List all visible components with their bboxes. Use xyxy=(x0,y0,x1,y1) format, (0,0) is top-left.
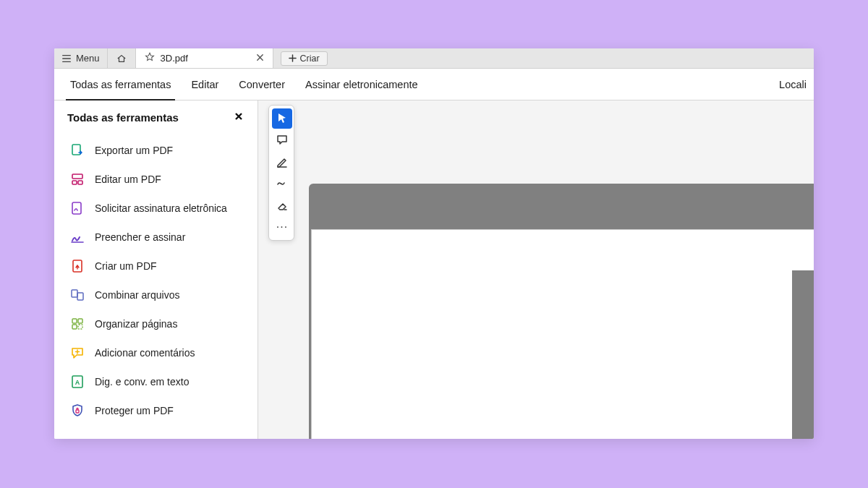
comment-tool[interactable] xyxy=(272,130,292,150)
create-button[interactable]: Criar xyxy=(281,51,328,66)
tool-combine-files[interactable]: Combinar arquivos xyxy=(67,281,255,309)
tool-edit-pdf[interactable]: Editar um PDF xyxy=(67,166,255,193)
pencil-icon xyxy=(276,155,289,168)
tool-label: Editar um PDF xyxy=(95,174,161,185)
sidebar-header: Todas as ferramentas xyxy=(67,111,255,124)
cursor-icon xyxy=(276,112,289,125)
freehand-icon xyxy=(276,177,289,190)
navbar: Todas as ferramentas Editar Converter As… xyxy=(54,69,814,100)
svg-rect-10 xyxy=(72,325,77,329)
tools-sidebar: Todas as ferramentas Exportar um PDF E xyxy=(54,100,258,439)
tool-export-pdf[interactable]: Exportar um PDF xyxy=(67,137,255,164)
menu-label: Menu xyxy=(76,53,100,64)
document-page xyxy=(309,184,814,439)
svg-rect-14 xyxy=(76,410,79,413)
plus-icon xyxy=(289,54,297,62)
svg-rect-7 xyxy=(77,293,83,300)
export-pdf-icon xyxy=(70,143,85,158)
sidebar-close-button[interactable] xyxy=(234,111,243,124)
close-icon xyxy=(234,112,243,121)
draw-tool[interactable] xyxy=(272,174,292,194)
svg-rect-9 xyxy=(78,319,82,323)
sidebar-title: Todas as ferramentas xyxy=(67,111,179,124)
protect-pdf-icon xyxy=(70,403,85,418)
create-button-wrap: Criar xyxy=(273,48,335,68)
combine-files-icon xyxy=(70,288,85,302)
tool-label: Proteger um PDF xyxy=(95,405,174,416)
tool-ocr[interactable]: A Dig. e conv. em texto xyxy=(67,368,255,395)
home-icon xyxy=(116,53,127,64)
tool-request-signature[interactable]: Solicitar assinatura eletrônica xyxy=(67,194,255,222)
create-label: Criar xyxy=(300,53,320,64)
selection-tool[interactable] xyxy=(272,108,292,129)
svg-rect-6 xyxy=(72,290,77,297)
nav-all-tools[interactable]: Todas as ferramentas xyxy=(60,69,181,100)
erase-tool[interactable] xyxy=(272,195,292,215)
tool-protect-pdf[interactable]: Proteger um PDF xyxy=(67,397,255,424)
fill-sign-icon xyxy=(70,230,85,244)
eraser-icon xyxy=(276,199,289,212)
comment-icon xyxy=(276,134,289,147)
highlight-tool[interactable] xyxy=(272,152,292,172)
svg-rect-4 xyxy=(72,202,81,214)
document-canvas[interactable]: ··· xyxy=(258,100,814,439)
svg-rect-1 xyxy=(72,174,82,179)
tool-label: Organizar páginas xyxy=(95,318,177,330)
svg-rect-0 xyxy=(72,145,80,155)
floating-toolbar: ··· xyxy=(268,105,294,241)
titlebar: Menu 3D.pdf Criar xyxy=(54,48,814,69)
tab-title: 3D.pdf xyxy=(161,53,188,64)
tool-label: Preencher e assinar xyxy=(95,231,185,243)
document-tab[interactable]: 3D.pdf xyxy=(136,48,273,68)
app-window: Menu 3D.pdf Criar Todas as ferramentas E… xyxy=(54,48,814,439)
tool-label: Dig. e conv. em texto xyxy=(95,376,189,388)
request-signature-icon xyxy=(70,201,85,215)
tool-label: Combinar arquivos xyxy=(95,289,180,301)
nav-esign[interactable]: Assinar eletronicamente xyxy=(295,69,428,100)
tool-organize-pages[interactable]: Organizar páginas xyxy=(67,310,255,338)
create-pdf-icon xyxy=(70,259,85,273)
organize-pages-icon xyxy=(70,317,85,331)
tool-fill-sign[interactable]: Preencher e assinar xyxy=(67,223,255,251)
add-comments-icon xyxy=(70,346,85,360)
tool-add-comments[interactable]: Adicionar comentários xyxy=(67,339,255,367)
more-tools[interactable]: ··· xyxy=(272,217,292,237)
tool-label: Criar um PDF xyxy=(95,260,157,272)
close-icon xyxy=(256,53,264,61)
svg-rect-3 xyxy=(78,181,82,184)
tool-label: Solicitar assinatura eletrônica xyxy=(95,202,227,214)
tool-label: Exportar um PDF xyxy=(95,145,173,156)
svg-rect-11 xyxy=(78,325,82,329)
tool-list: Exportar um PDF Editar um PDF Solicitar … xyxy=(67,137,255,424)
main-area: Todas as ferramentas Exportar um PDF E xyxy=(54,100,814,439)
home-button[interactable] xyxy=(108,48,136,68)
more-icon: ··· xyxy=(276,221,288,233)
svg-text:A: A xyxy=(75,379,80,386)
menu-button[interactable]: Menu xyxy=(54,48,108,68)
tool-create-pdf[interactable]: Criar um PDF xyxy=(67,252,255,280)
ocr-icon: A xyxy=(70,374,85,389)
nav-edit[interactable]: Editar xyxy=(181,69,229,100)
document-media-block xyxy=(792,270,814,439)
edit-pdf-icon xyxy=(70,172,85,187)
star-icon[interactable] xyxy=(145,52,155,64)
svg-rect-8 xyxy=(72,319,77,323)
nav-convert[interactable]: Converter xyxy=(229,69,295,100)
tool-label: Adicionar comentários xyxy=(95,347,195,359)
svg-rect-2 xyxy=(72,181,77,184)
tab-close-button[interactable] xyxy=(256,53,264,64)
document-content xyxy=(311,229,814,439)
hamburger-icon xyxy=(61,53,72,64)
nav-right-label[interactable]: Locali xyxy=(769,69,807,100)
